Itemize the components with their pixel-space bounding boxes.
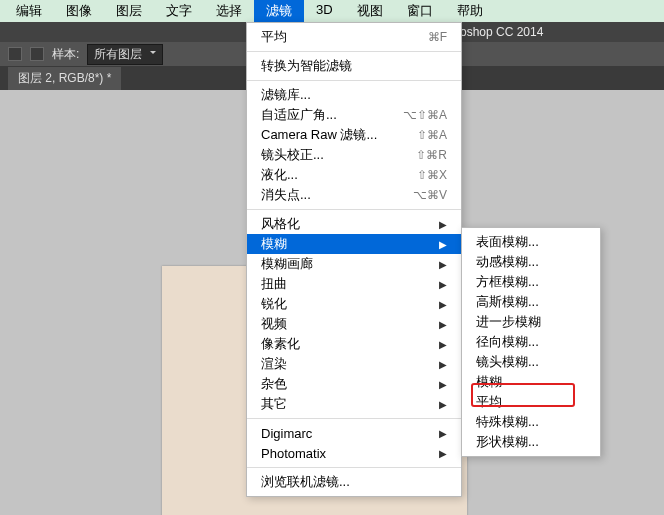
menubar-item-选择[interactable]: 选择: [204, 0, 254, 22]
submenu-item[interactable]: 高斯模糊...: [462, 292, 600, 312]
submenu-arrow-icon: ▶: [439, 279, 447, 290]
menu-item-label: 滤镜库...: [261, 86, 311, 104]
document-tab[interactable]: 图层 2, RGB/8*) *: [8, 67, 121, 90]
menu-item-label: Digimarc: [261, 426, 312, 441]
submenu-arrow-icon: ▶: [439, 299, 447, 310]
menu-item-label: Photomatix: [261, 446, 326, 461]
menu-item[interactable]: 平均⌘F: [247, 27, 461, 47]
menu-item[interactable]: 像素化▶: [247, 334, 461, 354]
menubar: 编辑图像图层文字选择滤镜3D视图窗口帮助: [0, 0, 664, 22]
menu-separator: [247, 51, 461, 52]
submenu-item[interactable]: 动感模糊...: [462, 252, 600, 272]
menu-item-label: 视频: [261, 315, 287, 333]
submenu-item[interactable]: 方框模糊...: [462, 272, 600, 292]
menu-shortcut: ⌥⇧⌘A: [403, 108, 447, 122]
menu-item-label: 扭曲: [261, 275, 287, 293]
menu-item[interactable]: Camera Raw 滤镜...⇧⌘A: [247, 125, 461, 145]
submenu-item[interactable]: 形状模糊...: [462, 432, 600, 452]
menu-item[interactable]: 浏览联机滤镜...: [247, 472, 461, 492]
menu-item[interactable]: 视频▶: [247, 314, 461, 334]
menubar-item-滤镜[interactable]: 滤镜: [254, 0, 304, 22]
menu-item-label: 像素化: [261, 335, 300, 353]
submenu-item[interactable]: 表面模糊...: [462, 232, 600, 252]
submenu-item[interactable]: 平均: [462, 392, 600, 412]
menu-item[interactable]: 转换为智能滤镜: [247, 56, 461, 76]
menu-item[interactable]: 模糊▶: [247, 234, 461, 254]
menubar-item-帮助[interactable]: 帮助: [445, 0, 495, 22]
menu-separator: [247, 209, 461, 210]
menubar-item-3D[interactable]: 3D: [304, 0, 345, 22]
menu-item[interactable]: 渲染▶: [247, 354, 461, 374]
menu-item[interactable]: 液化...⇧⌘X: [247, 165, 461, 185]
menu-item[interactable]: 镜头校正...⇧⌘R: [247, 145, 461, 165]
menubar-item-图像[interactable]: 图像: [54, 0, 104, 22]
menubar-item-图层[interactable]: 图层: [104, 0, 154, 22]
menu-item-label: 杂色: [261, 375, 287, 393]
menu-item-label: 自适应广角...: [261, 106, 337, 124]
menu-item-label: 渲染: [261, 355, 287, 373]
menu-item-label: 液化...: [261, 166, 298, 184]
submenu-arrow-icon: ▶: [439, 219, 447, 230]
menu-item-label: 平均: [261, 28, 287, 46]
filter-menu-dropdown: 平均⌘F转换为智能滤镜滤镜库...自适应广角...⌥⇧⌘ACamera Raw …: [246, 22, 462, 497]
menu-shortcut: ⇧⌘X: [417, 168, 447, 182]
menu-item-label: Camera Raw 滤镜...: [261, 126, 377, 144]
menu-item-label: 消失点...: [261, 186, 311, 204]
menu-item[interactable]: 风格化▶: [247, 214, 461, 234]
menu-shortcut: ⌘F: [428, 30, 447, 44]
submenu-item[interactable]: 特殊模糊...: [462, 412, 600, 432]
menu-item[interactable]: 扭曲▶: [247, 274, 461, 294]
menubar-item-编辑[interactable]: 编辑: [4, 0, 54, 22]
menu-item[interactable]: 模糊画廊▶: [247, 254, 461, 274]
submenu-arrow-icon: ▶: [439, 379, 447, 390]
submenu-arrow-icon: ▶: [439, 259, 447, 270]
menu-item-label: 风格化: [261, 215, 300, 233]
sample-label: 样本:: [52, 46, 79, 63]
menu-item[interactable]: 锐化▶: [247, 294, 461, 314]
menu-item-label: 锐化: [261, 295, 287, 313]
submenu-arrow-icon: ▶: [439, 319, 447, 330]
tool-icon[interactable]: [8, 47, 22, 61]
menu-item[interactable]: 滤镜库...: [247, 85, 461, 105]
submenu-item[interactable]: 模糊: [462, 372, 600, 392]
menu-item-label: 其它: [261, 395, 287, 413]
submenu-arrow-icon: ▶: [439, 399, 447, 410]
submenu-arrow-icon: ▶: [439, 339, 447, 350]
menubar-item-窗口[interactable]: 窗口: [395, 0, 445, 22]
menu-shortcut: ⇧⌘R: [416, 148, 447, 162]
submenu-item[interactable]: 径向模糊...: [462, 332, 600, 352]
menu-item-label: 模糊画廊: [261, 255, 313, 273]
menu-item-label: 浏览联机滤镜...: [261, 473, 350, 491]
menu-separator: [247, 418, 461, 419]
submenu-item[interactable]: 镜头模糊...: [462, 352, 600, 372]
menu-item[interactable]: Digimarc▶: [247, 423, 461, 443]
tool-icon[interactable]: [30, 47, 44, 61]
menu-item[interactable]: 消失点...⌥⌘V: [247, 185, 461, 205]
submenu-arrow-icon: ▶: [439, 428, 447, 439]
menu-item[interactable]: 其它▶: [247, 394, 461, 414]
menubar-item-文字[interactable]: 文字: [154, 0, 204, 22]
menu-item-label: 转换为智能滤镜: [261, 57, 352, 75]
menu-item-label: 模糊: [261, 235, 287, 253]
document-tab-label: 图层 2, RGB/8*) *: [18, 71, 111, 85]
menu-item[interactable]: Photomatix▶: [247, 443, 461, 463]
menu-item-label: 镜头校正...: [261, 146, 324, 164]
sample-value: 所有图层: [94, 47, 142, 61]
menu-item[interactable]: 杂色▶: [247, 374, 461, 394]
blur-submenu: 表面模糊...动感模糊...方框模糊...高斯模糊...进一步模糊径向模糊...…: [461, 227, 601, 457]
menu-separator: [247, 80, 461, 81]
sample-dropdown[interactable]: 所有图层: [87, 44, 163, 65]
menu-item[interactable]: 自适应广角...⌥⇧⌘A: [247, 105, 461, 125]
menu-shortcut: ⇧⌘A: [417, 128, 447, 142]
submenu-arrow-icon: ▶: [439, 448, 447, 459]
submenu-arrow-icon: ▶: [439, 239, 447, 250]
submenu-item[interactable]: 进一步模糊: [462, 312, 600, 332]
menubar-item-视图[interactable]: 视图: [345, 0, 395, 22]
menu-separator: [247, 467, 461, 468]
menu-shortcut: ⌥⌘V: [413, 188, 447, 202]
app-title: oshop CC 2014: [460, 25, 543, 39]
submenu-arrow-icon: ▶: [439, 359, 447, 370]
